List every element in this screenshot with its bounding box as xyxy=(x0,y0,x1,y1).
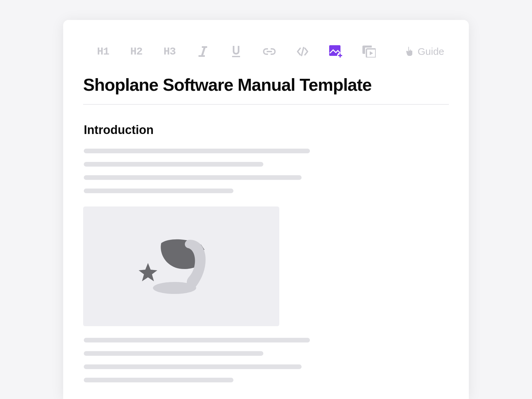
code-button[interactable] xyxy=(286,43,319,60)
code-icon xyxy=(296,47,309,56)
text-line-placeholder xyxy=(84,149,310,153)
text-line-placeholder xyxy=(84,364,302,369)
underline-icon xyxy=(231,46,241,57)
h3-icon: H3 xyxy=(164,46,176,58)
svg-rect-0 xyxy=(232,56,240,57)
guide-button[interactable]: Guide xyxy=(406,46,444,57)
section-heading[interactable]: Introduction xyxy=(83,105,449,149)
insert-video-button[interactable] xyxy=(352,43,386,60)
image-placeholder[interactable] xyxy=(83,206,279,326)
heading-1-button[interactable]: H1 xyxy=(86,43,120,60)
toolbar: H1 H2 H3 xyxy=(83,37,449,68)
document-title[interactable]: Shoplane Software Manual Template xyxy=(83,68,449,105)
italic-icon xyxy=(199,46,207,57)
svg-point-9 xyxy=(153,282,196,294)
image-add-icon xyxy=(329,45,342,58)
guide-label: Guide xyxy=(418,46,444,57)
heading-2-button[interactable]: H2 xyxy=(120,43,153,60)
placeholder-artwork-icon xyxy=(131,230,231,303)
link-button[interactable] xyxy=(253,43,286,60)
insert-image-button[interactable] xyxy=(319,43,352,60)
svg-marker-10 xyxy=(139,263,157,281)
paragraph-placeholder xyxy=(83,149,449,193)
svg-line-2 xyxy=(302,48,304,56)
text-line-placeholder xyxy=(84,189,233,193)
h2-icon: H2 xyxy=(130,46,142,58)
text-line-placeholder xyxy=(84,351,263,356)
paragraph-placeholder xyxy=(83,338,449,382)
link-icon xyxy=(263,48,276,55)
text-line-placeholder xyxy=(84,162,263,167)
video-icon xyxy=(362,46,376,58)
h1-icon: H1 xyxy=(97,46,109,58)
text-line-placeholder xyxy=(84,175,302,180)
text-line-placeholder xyxy=(84,378,233,382)
svg-marker-8 xyxy=(370,51,373,55)
heading-3-button[interactable]: H3 xyxy=(153,43,186,60)
editor-card: H1 H2 H3 xyxy=(63,20,469,399)
hand-pointer-icon xyxy=(406,47,414,57)
text-line-placeholder xyxy=(84,338,310,342)
underline-button[interactable] xyxy=(219,43,253,60)
italic-button[interactable] xyxy=(186,43,219,60)
